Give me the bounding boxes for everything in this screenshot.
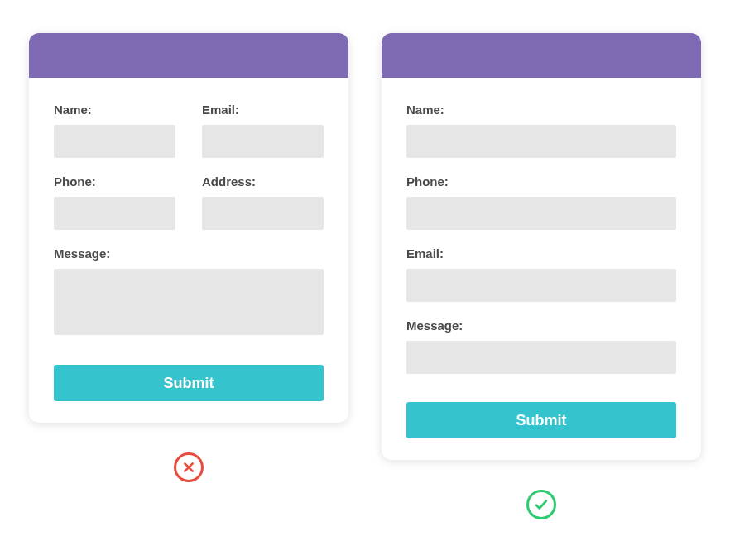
good-status-icon xyxy=(526,490,556,519)
good-phone-field: Phone: xyxy=(406,175,676,230)
address-label: Address: xyxy=(202,175,324,189)
message-input[interactable] xyxy=(54,269,324,335)
good-message-field: Message: xyxy=(406,318,676,374)
bad-form-card: Name: Email: Phone: Address: xyxy=(29,33,348,423)
email-label: Email: xyxy=(202,103,324,117)
name-label: Name: xyxy=(406,103,676,117)
good-card-body: Name: Phone: Email: Message: Submit xyxy=(382,78,701,460)
bad-row-2: Phone: Address: xyxy=(54,175,324,230)
good-form-card: Name: Phone: Email: Message: Submit xyxy=(382,33,701,460)
name-label: Name: xyxy=(54,103,175,117)
good-email-field: Email: xyxy=(406,246,676,302)
address-input[interactable] xyxy=(202,197,324,230)
submit-button[interactable]: Submit xyxy=(406,402,676,438)
message-input[interactable] xyxy=(406,341,676,374)
check-icon xyxy=(526,490,556,519)
message-label: Message: xyxy=(54,246,324,261)
bad-row-1: Name: Email: xyxy=(54,103,324,158)
bad-example-column: Name: Email: Phone: Address: xyxy=(29,33,348,519)
phone-input[interactable] xyxy=(54,197,175,230)
comparison-container: Name: Email: Phone: Address: xyxy=(30,33,700,519)
phone-input[interactable] xyxy=(406,197,676,230)
phone-label: Phone: xyxy=(406,175,676,189)
bad-address-field: Address: xyxy=(202,175,324,230)
email-label: Email: xyxy=(406,246,676,261)
bad-name-field: Name: xyxy=(54,103,175,158)
phone-label: Phone: xyxy=(54,175,175,189)
cross-icon xyxy=(174,452,204,482)
good-example-column: Name: Phone: Email: Message: Submit xyxy=(382,33,701,519)
good-name-field: Name: xyxy=(406,103,676,158)
good-card-header xyxy=(382,33,701,78)
bad-card-body: Name: Email: Phone: Address: xyxy=(29,78,348,423)
email-input[interactable] xyxy=(202,125,324,158)
submit-button[interactable]: Submit xyxy=(54,365,324,401)
bad-message-field: Message: xyxy=(54,246,324,338)
bad-phone-field: Phone: xyxy=(54,175,175,230)
bad-card-header xyxy=(29,33,348,78)
bad-status-icon xyxy=(174,452,204,482)
bad-email-field: Email: xyxy=(202,103,324,158)
message-label: Message: xyxy=(406,318,676,333)
name-input[interactable] xyxy=(54,125,175,158)
name-input[interactable] xyxy=(406,125,676,158)
email-input[interactable] xyxy=(406,269,676,302)
